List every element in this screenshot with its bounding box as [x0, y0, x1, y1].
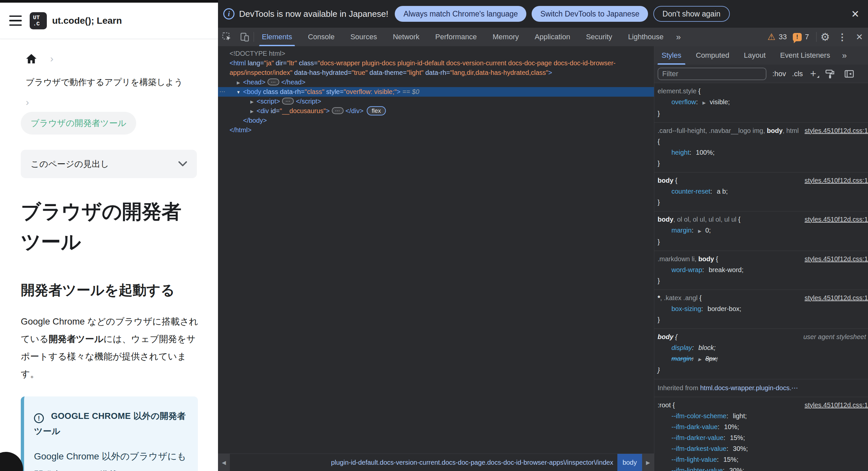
stylesheet-source-link[interactable]: styles.4510f12d.css:1	[805, 175, 868, 186]
dom-breadcrumb-bar: ◀ plugin-id-default.docs-version-current…	[218, 453, 654, 471]
banner-action-button[interactable]: Switch DevTools to Japanese	[532, 6, 648, 22]
site-navbar: UT .C ut.code(); Learn	[0, 3, 218, 39]
expand-value-icon[interactable]: ▶	[698, 357, 702, 362]
dom-node[interactable]: </html>	[218, 125, 654, 135]
selector-token: body	[698, 255, 716, 262]
css-selector[interactable]: body {	[658, 175, 801, 186]
device-toolbar-icon[interactable]	[236, 28, 254, 46]
tab-security[interactable]: Security	[578, 28, 620, 46]
stylesheet-source-link[interactable]: styles.4510f12d.css:1	[805, 125, 868, 136]
tab-elements[interactable]: Elements	[254, 28, 300, 46]
toc-collapse-button[interactable]: このページの見出し	[21, 150, 197, 178]
collapsed-content-badge[interactable]: ⋯	[268, 78, 279, 86]
dom-node[interactable]: <!DOCTYPE html>	[218, 49, 654, 58]
kebab-menu-icon[interactable]: ⋮	[834, 28, 851, 46]
stylesheet-source-link[interactable]: styles.4510f12d.css:1	[805, 400, 868, 411]
css-selector[interactable]: :root {	[658, 400, 801, 411]
css-selector[interactable]: body, ol ol, ol ul, ul ol, ul ul {	[658, 214, 801, 225]
banner-action-button[interactable]: Always match Chrome's language	[395, 6, 526, 22]
css-property[interactable]: word-wrap:break-word;	[658, 264, 868, 275]
css-property[interactable]: counter-reset:a b;	[658, 186, 868, 197]
stylesheet-source-link[interactable]: styles.4510f12d.css:1	[805, 254, 868, 264]
breadcrumb-scroll-right-icon[interactable]: ▶	[642, 454, 654, 471]
stylesheet-source-link[interactable]: styles.4510f12d.css:1	[805, 214, 868, 225]
tab-lighthouse[interactable]: Lighthouse	[620, 28, 672, 46]
collapsed-content-badge[interactable]: ⋯	[332, 107, 344, 114]
dom-breadcrumb-path[interactable]: plugin-id-default.docs-version-current.d…	[230, 454, 617, 471]
body-paragraph: Google Chrome などのブラウザに搭載されている開発者ツールには、ウェ…	[21, 313, 199, 383]
css-selector[interactable]: .markdown li, body {	[658, 254, 801, 264]
styles-filter-input[interactable]	[658, 68, 767, 80]
settings-gear-icon[interactable]: ⚙	[816, 28, 834, 46]
css-selector[interactable]: .card--full-height, .navbar__logo img, b…	[658, 125, 801, 147]
toggle-sidebar-icon[interactable]	[843, 65, 856, 83]
inherited-from-node-link[interactable]: html.docs-wrapper.plugin-docs.⋯	[700, 384, 798, 391]
dom-token: <script>	[256, 98, 280, 105]
banner-action-button[interactable]: Don't show again	[653, 6, 730, 22]
open-brace: {	[700, 294, 702, 302]
infobar-close-icon[interactable]: ✕	[848, 8, 863, 20]
new-style-rule-button[interactable]: +	[809, 68, 818, 80]
dom-node[interactable]: ▶<script>⋯</script>	[218, 97, 654, 106]
site-title[interactable]: ut.code(); Learn	[52, 15, 122, 26]
css-property[interactable]: --ifm-color-scheme:light;	[658, 411, 868, 421]
sidebar-tab-styles[interactable]: Styles	[654, 46, 689, 65]
devtools-close-icon[interactable]: ✕	[851, 28, 868, 46]
tab-sources[interactable]: Sources	[342, 28, 385, 46]
breadcrumb-scroll-left-icon[interactable]: ◀	[218, 454, 230, 471]
css-property[interactable]: box-sizing:border-box;	[658, 304, 868, 314]
sidebar-more-tabs-icon[interactable]: »	[837, 51, 851, 61]
dom-node[interactable]: </body>	[218, 116, 654, 125]
dom-node[interactable]: ⋯▼<body class data-rh="class" style="ove…	[218, 87, 654, 97]
site-logo[interactable]: UT .C	[30, 12, 47, 29]
dom-node[interactable]: ▶<head>⋯</head>	[218, 77, 654, 87]
issue-count: 7	[805, 33, 809, 41]
collapse-arrow-icon[interactable]: ▼	[235, 87, 242, 97]
expand-arrow-icon[interactable]: ▶	[235, 78, 242, 87]
dom-node[interactable]: ▶<div id="__docusaurus">⋯</div>flex	[218, 106, 654, 116]
home-icon[interactable]	[26, 54, 37, 64]
expand-value-icon[interactable]: ▶	[698, 228, 702, 233]
stylesheet-source-link[interactable]: styles.4510f12d.css:1	[805, 292, 868, 304]
sidebar-tab-computed[interactable]: Computed	[689, 46, 737, 65]
tab-network[interactable]: Network	[385, 28, 427, 46]
node-more-icon[interactable]: ⋯	[219, 87, 225, 97]
css-selector[interactable]: *, .katex .angl {	[658, 292, 801, 304]
css-property[interactable]: --ifm-darkest-value:30%;	[658, 443, 868, 454]
css-property[interactable]: --ifm-lighter-value:30%;	[658, 465, 868, 471]
paint-roller-icon[interactable]	[824, 65, 837, 83]
tab-console[interactable]: Console	[300, 28, 343, 46]
css-property[interactable]: margin:▶8px;	[658, 353, 868, 365]
floating-action-button[interactable]	[0, 452, 23, 471]
tab-memory[interactable]: Memory	[485, 28, 527, 46]
css-property[interactable]: display:block;	[658, 342, 868, 353]
css-selector[interactable]: element.style {	[658, 86, 868, 97]
css-property[interactable]: --ifm-light-value:15%;	[658, 454, 868, 465]
sidebar-tab-layout[interactable]: Layout	[736, 46, 773, 65]
toggle-element-classes-button[interactable]: .cls	[792, 70, 803, 78]
css-property[interactable]: height:100%;	[658, 147, 868, 158]
css-property[interactable]: --ifm-dark-value:10%;	[658, 421, 868, 432]
css-selector[interactable]: body {	[658, 332, 799, 342]
expand-value-icon[interactable]: ▶	[703, 100, 706, 105]
expand-arrow-icon[interactable]: ▶	[248, 97, 256, 106]
collapsed-content-badge[interactable]: ⋯	[282, 98, 294, 104]
toggle-pseudo-classes-button[interactable]: :hov	[772, 70, 786, 78]
css-property[interactable]: margin:▶0;	[658, 225, 868, 237]
tab-application[interactable]: Application	[527, 28, 578, 46]
dom-node[interactable]: <html lang="ja" dir="ltr" class="docs-wr…	[218, 58, 654, 77]
inspect-element-icon[interactable]	[218, 28, 236, 46]
sidebar-tab-event-listeners[interactable]: Event Listeners	[773, 46, 838, 65]
css-property[interactable]: --ifm-darker-value:15%;	[658, 432, 868, 443]
breadcrumb-section-link[interactable]: ブラウザで動作するアプリを構築しよう	[26, 76, 197, 88]
dom-token: "ltr"	[287, 59, 297, 67]
dom-breadcrumb-selected-node[interactable]: body	[617, 454, 642, 471]
console-counts[interactable]: ⚠ 33 ! 7	[767, 33, 816, 41]
inherited-from-label: Inherited from	[658, 384, 700, 391]
hamburger-menu-icon[interactable]	[9, 15, 23, 26]
tab-performance[interactable]: Performance	[427, 28, 485, 46]
flex-badge[interactable]: flex	[367, 106, 386, 116]
expand-arrow-icon[interactable]: ▶	[248, 106, 256, 116]
css-property[interactable]: overflow:▶visible;	[658, 97, 868, 108]
more-tabs-icon[interactable]: »	[672, 32, 685, 42]
